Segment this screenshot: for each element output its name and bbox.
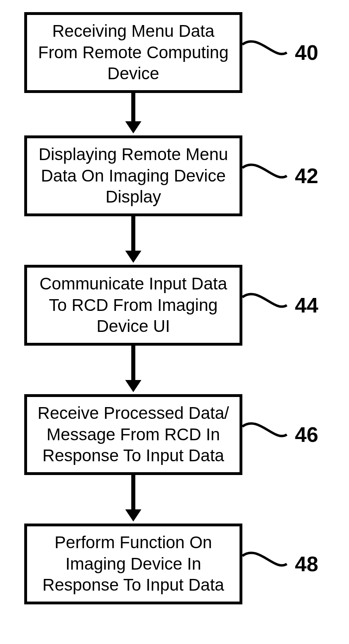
connector-40: [242, 40, 291, 73]
step-number-48: 48: [295, 552, 318, 576]
step-text: Displaying Remote Menu Data On Imaging D…: [31, 144, 235, 208]
flowchart-canvas: Receiving Menu Data From Remote Computin…: [0, 0, 349, 644]
step-box-46: Receive Processed Data/ Message From RCD…: [24, 394, 242, 475]
connector-46: [242, 422, 291, 455]
arrow-shaft: [131, 93, 135, 121]
arrow-head-icon: [125, 509, 141, 522]
arrow-head-icon: [125, 380, 141, 392]
arrow-shaft: [131, 475, 135, 509]
step-box-42: Displaying Remote Menu Data On Imaging D…: [24, 135, 242, 216]
arrow-head-icon: [125, 251, 141, 263]
step-number-40: 40: [295, 40, 318, 65]
step-text: Receiving Menu Data From Remote Computin…: [31, 21, 235, 84]
step-text: Receive Processed Data/ Message From RCD…: [31, 403, 235, 467]
connector-48: [242, 552, 291, 584]
step-box-40: Receiving Menu Data From Remote Computin…: [24, 12, 242, 93]
step-number-44: 44: [295, 293, 318, 317]
step-number-42: 42: [295, 164, 318, 188]
step-text: Communicate Input Data To RCD From Imagi…: [31, 273, 235, 337]
connector-44: [242, 293, 291, 325]
step-number-46: 46: [295, 422, 318, 447]
arrow-head-icon: [125, 121, 141, 133]
step-box-44: Communicate Input Data To RCD From Imagi…: [24, 265, 242, 346]
step-box-48: Perform Function On Imaging Device In Re…: [24, 524, 242, 604]
arrow-shaft: [131, 346, 135, 380]
step-text: Perform Function On Imaging Device In Re…: [31, 532, 235, 596]
arrow-shaft: [131, 216, 135, 251]
connector-42: [242, 164, 291, 196]
